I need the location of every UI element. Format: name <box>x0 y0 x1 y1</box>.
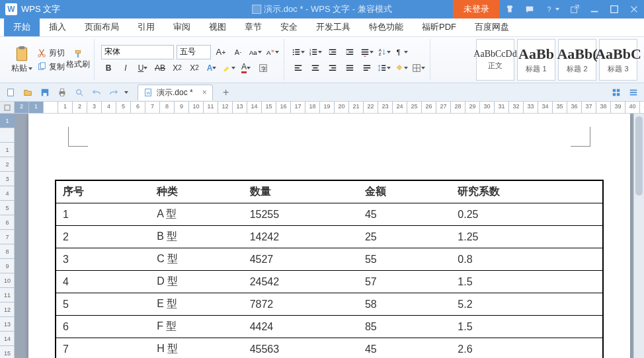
menu-tab-2[interactable]: 页面布局 <box>75 17 128 36</box>
table-header-cell[interactable]: 序号 <box>56 180 150 203</box>
ruler-corner-icon[interactable] <box>0 102 15 113</box>
paste-button[interactable]: 粘贴 <box>8 46 36 74</box>
highlight-button[interactable] <box>221 61 236 75</box>
print-preview-button[interactable] <box>73 86 86 99</box>
menu-tab-8[interactable]: 开发工具 <box>307 17 360 36</box>
close-button[interactable] <box>624 0 644 18</box>
align-right-button[interactable] <box>325 61 340 75</box>
tab-settings-button[interactable] <box>360 45 374 59</box>
font-name-combo[interactable] <box>101 45 174 59</box>
table-cell[interactable]: 25 <box>358 226 451 248</box>
text-effect-button[interactable]: A <box>204 61 219 75</box>
close-tab-button[interactable]: × <box>202 88 207 97</box>
table-cell[interactable]: 3 <box>56 248 150 271</box>
cut-button[interactable]: 剪切 <box>37 48 65 59</box>
clear-format-button[interactable]: A <box>265 45 280 59</box>
italic-button[interactable]: I <box>118 61 133 75</box>
table-cell[interactable]: 4 <box>56 271 150 293</box>
strikethrough-button[interactable]: AB <box>153 61 167 75</box>
table-cell[interactable]: 85 <box>358 316 451 338</box>
grow-font-button[interactable]: A+ <box>214 45 228 59</box>
table-cell[interactable]: 45 <box>358 203 451 226</box>
table-cell[interactable]: 2 <box>56 226 150 248</box>
menu-tab-4[interactable]: 审阅 <box>164 17 200 36</box>
underline-button[interactable]: U <box>136 61 150 75</box>
undo-button[interactable] <box>90 86 103 99</box>
table-cell[interactable]: 57 <box>358 271 451 293</box>
show-marks-button[interactable]: ¶ <box>394 45 409 59</box>
table-row[interactable]: 5E 型7872585.2 <box>56 293 603 316</box>
format-painter-button[interactable]: 格式刷 <box>66 50 90 70</box>
view-list-button[interactable] <box>627 86 640 99</box>
increase-indent-button[interactable] <box>342 45 357 59</box>
table-cell[interactable]: 1 <box>56 203 150 226</box>
distribute-button[interactable] <box>360 61 374 75</box>
table-cell[interactable]: 45 <box>358 338 451 359</box>
align-center-button[interactable] <box>308 61 323 75</box>
table-cell[interactable]: 0.25 <box>451 203 603 226</box>
table-cell[interactable]: 2.6 <box>451 338 603 359</box>
table-cell[interactable]: 5 <box>56 293 150 316</box>
login-button[interactable]: 未登录 <box>453 0 500 18</box>
line-spacing-button[interactable] <box>377 61 391 75</box>
borders-button[interactable] <box>411 61 426 75</box>
table-row[interactable]: 2B 型14242251.25 <box>56 226 603 248</box>
bullets-button[interactable] <box>291 45 305 59</box>
align-left-button[interactable] <box>291 61 305 75</box>
change-case-button[interactable]: Aa <box>248 45 262 59</box>
table-cell[interactable]: 5.2 <box>451 293 603 316</box>
font-color-button[interactable]: A <box>239 61 253 75</box>
table-row[interactable]: 3C 型4527550.8 <box>56 248 603 271</box>
shrink-font-button[interactable]: A- <box>231 45 245 59</box>
table-cell[interactable]: 58 <box>358 293 451 316</box>
align-justify-button[interactable] <box>342 61 357 75</box>
view-grid-button[interactable] <box>610 86 623 99</box>
table-row[interactable]: 1A 型15255450.25 <box>56 203 603 226</box>
style-box-0[interactable]: AaBbCcDd正文 <box>476 39 514 81</box>
document-scroll-area[interactable]: 序号种类数量金额研究系数 1A 型15255450.252B 型14242251… <box>15 114 644 358</box>
vertical-scrollbar[interactable] <box>633 114 644 358</box>
new-tab-button[interactable]: + <box>221 87 231 98</box>
table-cell[interactable]: 6 <box>56 316 150 338</box>
share-icon[interactable] <box>565 0 584 18</box>
menu-tab-11[interactable]: 百度网盘 <box>465 17 518 36</box>
table-cell[interactable]: 1.25 <box>451 226 603 248</box>
table-cell[interactable]: 14242 <box>243 226 358 248</box>
help-icon[interactable]: ? <box>540 0 565 18</box>
table-cell[interactable]: 7872 <box>243 293 358 316</box>
table-cell[interactable]: 24542 <box>243 271 358 293</box>
data-table[interactable]: 序号种类数量金额研究系数 1A 型15255450.252B 型14242251… <box>55 180 604 358</box>
table-cell[interactable]: D 型 <box>150 271 243 293</box>
table-cell[interactable]: C 型 <box>150 248 243 271</box>
superscript-button[interactable]: X2 <box>170 61 184 75</box>
scrollbar-thumb[interactable] <box>635 116 643 196</box>
table-header-row[interactable]: 序号种类数量金额研究系数 <box>56 180 603 203</box>
shading-button[interactable] <box>394 61 409 75</box>
open-button[interactable] <box>21 86 34 99</box>
table-cell[interactable]: H 型 <box>150 338 243 359</box>
table-cell[interactable]: E 型 <box>150 293 243 316</box>
menu-tab-0[interactable]: 开始 <box>4 17 40 36</box>
skin-icon[interactable] <box>500 0 520 18</box>
menu-tab-1[interactable]: 插入 <box>40 17 75 36</box>
subscript-button[interactable]: X2 <box>187 61 202 75</box>
table-header-cell[interactable]: 种类 <box>150 180 243 203</box>
table-header-cell[interactable]: 数量 <box>243 180 358 203</box>
new-doc-button[interactable] <box>4 86 17 99</box>
chat-icon[interactable] <box>520 0 540 18</box>
menu-tab-5[interactable]: 视图 <box>200 17 235 36</box>
save-button[interactable] <box>38 86 52 99</box>
table-cell[interactable]: 55 <box>358 248 451 271</box>
decrease-indent-button[interactable] <box>325 45 340 59</box>
table-header-cell[interactable]: 研究系数 <box>451 180 603 203</box>
table-cell[interactable]: 1.5 <box>451 316 603 338</box>
table-cell[interactable]: 7 <box>56 338 150 359</box>
table-cell[interactable]: 0.8 <box>451 248 603 271</box>
numbering-button[interactable]: 123 <box>308 45 323 59</box>
table-cell[interactable]: 4527 <box>243 248 358 271</box>
table-cell[interactable]: 1.5 <box>451 271 603 293</box>
menu-tab-9[interactable]: 特色功能 <box>360 17 413 36</box>
bold-button[interactable]: B <box>101 61 116 75</box>
redo-button[interactable] <box>107 86 120 99</box>
style-box-1[interactable]: AaBb标题 1 <box>517 39 555 81</box>
